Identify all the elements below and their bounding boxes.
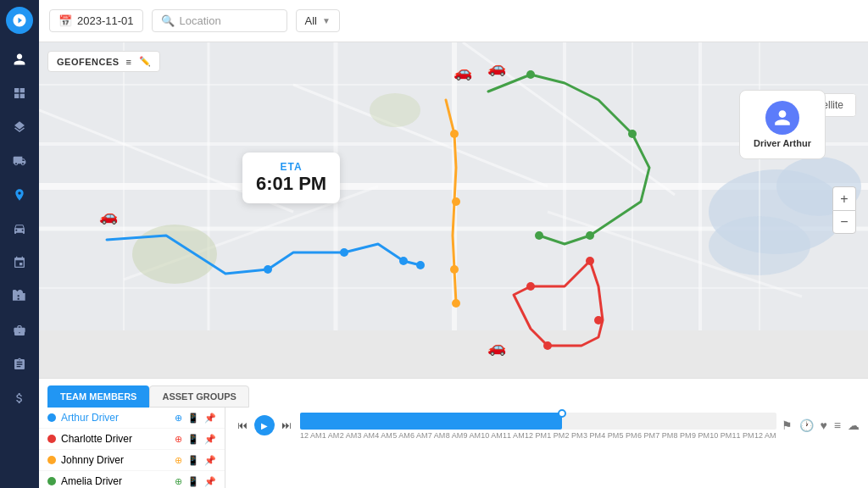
time-label-7pm: 7 PM [655, 431, 673, 440]
panel-tabs: TEAM MEMBERS ASSET GROUPS [39, 379, 868, 408]
sidebar-icon-dashboard[interactable] [4, 78, 35, 108]
timeline-track[interactable]: 12 AM 1 AM 2 AM 3 AM 4 AM 5 AM 6 AM 7 AM… [300, 411, 776, 440]
tab-asset-groups[interactable]: ASSET GROUPS [149, 385, 248, 408]
geofences-label: GEOFENCES [57, 57, 120, 67]
sidebar-icon-clipboard[interactable] [4, 349, 35, 380]
driver-icon-pin3: 📌 [204, 455, 216, 466]
time-label-8pm: 8 PM [674, 431, 692, 440]
driver-icon-target3: ⊕ [175, 455, 182, 466]
timeline-area: ⏮ ▶ ⏭ 12 AM 1 AM 2 AM [225, 408, 868, 488]
driver-dot-arthur [47, 413, 56, 422]
driver-icon-pin2: 📌 [204, 434, 216, 445]
driver-item-charlotte[interactable]: Charlotte Driver ⊕ 📱 📌 [39, 429, 225, 450]
heart-icon[interactable]: ♥ [821, 419, 827, 432]
sidebar-icon-briefcase[interactable] [4, 315, 35, 346]
time-label-10am: 10 AM [481, 431, 503, 440]
driver-icon-target4: ⊕ [175, 476, 182, 487]
menu-icon[interactable]: ≡ [834, 419, 841, 432]
time-label-12am: 12 AM [300, 431, 322, 440]
time-label-1pm: 1 PM [547, 431, 565, 440]
rewind-button[interactable]: ⏮ [234, 417, 251, 434]
time-label-9pm: 9 PM [692, 431, 709, 440]
driver-dot-johnny [47, 456, 56, 464]
app-logo[interactable] [6, 7, 33, 34]
flag-icon[interactable]: ⚑ [782, 419, 793, 432]
sidebar-icon-truck[interactable] [4, 146, 35, 176]
topbar: 📅 2023-11-01 🔍 Location All ▼ [39, 0, 868, 42]
driver-dot-amelia [47, 477, 56, 485]
zoom-out-button[interactable]: − [832, 210, 856, 234]
driver-item-johnny[interactable]: Johnny Driver ⊕ 📱 📌 [39, 450, 225, 471]
tab-team-members[interactable]: TEAM MEMBERS [47, 385, 149, 408]
time-label-7am: 7 AM [428, 431, 446, 440]
driver-avatar [765, 101, 799, 135]
driver-name-amelia: Amelia Driver [61, 475, 170, 487]
clock-icon[interactable]: 🕐 [799, 419, 814, 432]
driver-item-arthur[interactable]: Arthur Driver ⊕ 📱 📌 [39, 408, 225, 429]
driver-card: Driver Arthur [739, 90, 826, 159]
sidebar-icon-layers[interactable] [4, 112, 35, 142]
svg-point-38 [543, 341, 552, 350]
sidebar-icon-profile[interactable] [4, 44, 35, 75]
main-content: 📅 2023-11-01 🔍 Location All ▼ [39, 0, 868, 488]
driver-icon-phone4: 📱 [187, 476, 199, 487]
sidebar-icon-car[interactable] [4, 214, 35, 244]
vehicle-orange: 🚗 [453, 63, 472, 81]
bottom-panel: TEAM MEMBERS ASSET GROUPS Arthur Driver … [39, 378, 868, 488]
vehicle-blue: 🚗 [99, 207, 118, 225]
vehicle-green: 🚗 [487, 58, 506, 77]
driver-dot-charlotte [47, 435, 56, 443]
driver-icon-pin: 📌 [204, 413, 216, 424]
play-button[interactable]: ▶ [254, 415, 275, 435]
time-label-4am: 4 AM [375, 431, 392, 440]
driver-icon-target2: ⊕ [175, 434, 182, 445]
time-label-1am: 1 AM [322, 431, 340, 440]
sidebar [0, 0, 39, 488]
time-label-12pm: 12 PM [525, 431, 547, 440]
driver-card-name: Driver Arthur [754, 138, 811, 148]
geofences-bar: GEOFENCES ≡ ✏️ [47, 51, 160, 72]
time-label-3pm: 3 PM [583, 431, 601, 440]
sidebar-icon-box[interactable] [4, 281, 35, 312]
sidebar-icon-location[interactable] [4, 180, 35, 210]
time-label-10pm: 10 PM [709, 431, 732, 440]
time-label-2pm: 2 PM [565, 431, 583, 440]
driver-icon-phone2: 📱 [187, 434, 199, 445]
fast-forward-button[interactable]: ⏭ [278, 417, 295, 434]
timeline-icons: ⚑ 🕐 ♥ ≡ ☁ [782, 419, 860, 432]
time-label-4pm: 4 PM [601, 431, 619, 440]
date-picker[interactable]: 📅 2023-11-01 [49, 9, 143, 32]
time-label-6am: 6 AM [410, 431, 428, 440]
time-label-5am: 5 AM [392, 431, 410, 440]
eta-popup: ETA 6:01 PM [242, 152, 340, 203]
driver-icon-phone: 📱 [187, 413, 199, 424]
geofences-edit-icon[interactable]: ✏️ [139, 56, 152, 67]
driver-list: Arthur Driver ⊕ 📱 📌 Charlotte Driver ⊕ 📱… [39, 408, 225, 488]
svg-point-18 [370, 93, 420, 127]
search-placeholder: Location [180, 14, 221, 27]
filter-dropdown[interactable]: All ▼ [296, 9, 340, 32]
driver-name-charlotte: Charlotte Driver [61, 433, 170, 445]
time-label-6pm: 6 PM [637, 431, 655, 440]
location-search[interactable]: 🔍 Location [152, 9, 287, 32]
sidebar-icon-dollar[interactable] [4, 383, 35, 413]
zoom-controls: + − [832, 186, 856, 234]
eta-label: ETA [256, 161, 326, 173]
calendar-icon: 📅 [58, 14, 72, 27]
sidebar-icon-calendar[interactable] [4, 247, 35, 278]
zoom-in-button[interactable]: + [832, 186, 856, 210]
time-label-8am: 8 AM [446, 431, 464, 440]
cloud-icon[interactable]: ☁ [848, 419, 860, 432]
map-container[interactable]: 🚗 🚗 🚗 🚗 GEOFENCES ≡ ✏️ Map Satellite Dri… [39, 42, 868, 378]
time-labels: 12 AM 1 AM 2 AM 3 AM 4 AM 5 AM 6 AM 7 AM… [300, 431, 776, 440]
time-label-2am: 2 AM [340, 431, 358, 440]
driver-icon-pin4: 📌 [204, 476, 216, 487]
dropdown-arrow: ▼ [322, 16, 331, 25]
geofences-list-icon[interactable]: ≡ [126, 57, 132, 67]
driver-item-amelia[interactable]: Amelia Driver ⊕ 📱 📌 [39, 471, 225, 488]
driver-name-arthur: Arthur Driver [61, 412, 170, 424]
panel-content: Arthur Driver ⊕ 📱 📌 Charlotte Driver ⊕ 📱… [39, 408, 868, 488]
svg-point-17 [132, 225, 217, 284]
driver-name-johnny: Johnny Driver [61, 454, 170, 466]
time-label-9am: 9 AM [463, 431, 481, 440]
